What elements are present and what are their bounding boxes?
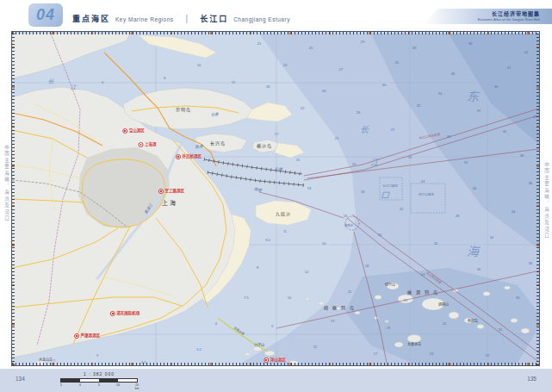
fairway-label: 长江口深水航道 — [419, 134, 441, 140]
depth-sounding: 37 — [477, 109, 481, 113]
depth-sounding: 9 — [96, 354, 98, 358]
anchorage-label: 绿华山锚地 — [419, 194, 434, 197]
map-title-cn: 长江口 — [200, 13, 228, 24]
depth-sounding: 25 — [443, 322, 446, 326]
island-label: 泗礁山 — [438, 303, 449, 307]
page-header: 04 重点海区 Key Marine Regions | 长江口 Changji… — [0, 0, 552, 31]
port-label-shanghai: 上海港 — [139, 142, 157, 147]
map-title-en: Changjiang Estuary — [233, 16, 290, 22]
islands-label-qiqu: 崎岖列岛 — [324, 306, 358, 310]
depth-sounding: 19 — [387, 327, 390, 330]
depth-sounding: 22 — [301, 107, 304, 110]
depth-sounding: 21 — [335, 137, 338, 140]
depth-sounding: 18 — [266, 85, 270, 89]
depth-sounding: 12 — [305, 271, 308, 274]
map-label-layer: 东海长江口长江上海崇明岛长兴岛横沙岛九段沙崎岖列岛嵊泗列岛绿华山泗礁山大黄龙岛枸… — [11, 31, 540, 366]
river-label: 江 — [71, 85, 77, 91]
frame-ticks-right — [536, 32, 539, 365]
port-circle-icon — [110, 311, 115, 316]
scale-block: 1 : 382 000 5051015 km — [47, 371, 151, 388]
port-circle-icon — [176, 154, 181, 159]
channel-label: 北港 — [210, 113, 219, 118]
warning-area-label: 警戒区 — [344, 225, 354, 228]
island-label: 长兴岛 — [210, 141, 226, 146]
depth-sounding: 10 — [197, 64, 201, 67]
island-label: 小洋山 — [254, 344, 264, 347]
port-label-waigaoqiao: 外高桥港区 — [176, 154, 202, 159]
shoal-label: 九段沙 — [276, 212, 291, 216]
depth-sounding: 27 — [339, 68, 343, 72]
chapter-badge: 04 — [28, 3, 63, 27]
anchorage-label: 长江口锚地 — [382, 185, 398, 189]
depth-sounding: 23 — [430, 352, 433, 356]
depth-sounding: 30 — [477, 268, 481, 271]
island-label: 绿华山 — [385, 283, 395, 287]
depth-sounding: 9 — [271, 325, 273, 328]
atlas-name-en: Economic Atlas of the Yangtze River Belt — [478, 17, 540, 22]
atlas-page: 04 重点海区 Key Marine Regions | 长江口 Changji… — [0, 0, 552, 392]
depth-sounding: 26 — [357, 111, 360, 115]
airport-label-pudong: 浦东国际机场 — [110, 311, 140, 316]
frame-ticks-bottom — [12, 363, 539, 365]
estuary-label: 长 — [360, 126, 369, 134]
scale-ratio: 1 : 382 000 — [47, 371, 151, 376]
river-label: 长 — [48, 79, 54, 85]
depth-sounding: 41 — [507, 66, 511, 70]
city-label-shanghai: 上海 — [162, 200, 177, 206]
depth-sounding: 21 — [257, 42, 261, 46]
scale-tick-label: 5 — [60, 383, 62, 387]
channel-label: 南槽 — [253, 188, 262, 193]
depth-sounding: 8 — [257, 266, 258, 270]
depth-sounding: 25 — [408, 156, 412, 159]
scale-tick-label: 15 km — [134, 383, 140, 390]
depth-sounding: 6 — [215, 322, 217, 326]
depth-sounding: 8 — [164, 77, 165, 80]
depth-sounding: 25 — [309, 47, 313, 50]
port-circle-icon — [74, 333, 79, 339]
sea-label-east: 东 — [467, 91, 479, 103]
depth-sounding: 42 — [524, 51, 528, 54]
depth-sounding: 18 — [361, 190, 364, 194]
frame-ticks-top — [12, 32, 539, 34]
island-label: 崇明岛 — [176, 108, 191, 112]
depth-sounding: 30 — [473, 187, 476, 190]
port-label-luchaogang: 芦潮港港区 — [74, 333, 100, 339]
page-number-right: 135 — [527, 376, 536, 382]
depth-sounding: 13 — [307, 187, 311, 190]
depth-sounding: 30 — [382, 84, 386, 87]
river-label-huangpu: 黄浦江 — [145, 203, 154, 215]
estuary-label: 江 — [370, 159, 379, 167]
map-canvas: 东海长江口长江上海崇明岛长兴岛横沙岛九段沙崎岖列岛嵊泗列岛绿华山泗礁山大黄龙岛枸… — [11, 31, 540, 366]
port-label-jungonglu: 军工路港区 — [158, 189, 184, 194]
depth-sounding: 29 — [361, 40, 364, 44]
depth-sounding: 15 — [348, 290, 351, 294]
depth-sounding: 36 — [529, 182, 532, 185]
port-circle-icon — [158, 189, 164, 194]
port-circle-icon — [122, 128, 127, 134]
depth-sounding: 33 — [447, 135, 450, 139]
depth-sounding: 9.5 — [265, 239, 270, 242]
map-frame: 东海长江口长江上海崇明岛长兴岛横沙岛九段沙崎岖列岛嵊泗列岛绿华山泗礁山大黄龙岛枸… — [11, 31, 540, 366]
scale-tick-label: 0 — [79, 383, 81, 387]
depth-sounding: 5.2 — [196, 348, 202, 352]
depth-sounding: 21 — [404, 299, 407, 302]
section-title-en: Key Marine Regions — [115, 16, 174, 22]
scale-tick-label: 10 — [116, 383, 120, 387]
depth-sounding: 11 — [283, 230, 287, 233]
depth-sounding: 18 — [365, 264, 369, 268]
depth-sounding: 38 — [468, 42, 472, 46]
depth-sounding: 36 — [451, 72, 455, 76]
depth-sounding: 23 — [283, 64, 287, 67]
depth-sounding: 17 — [275, 133, 278, 136]
island-label: 大金山岛 — [39, 358, 53, 362]
depth-sounding: 40 — [503, 130, 506, 134]
scale-tick-label: 5 — [98, 383, 100, 387]
scale-bar — [60, 378, 138, 383]
right-margin-caption: 中国主要海峡、海湾及河口 — [542, 162, 550, 240]
islands-label-shengsi: 嵊泗列岛 — [407, 290, 442, 295]
scale-bar-numbers: 5051015 km — [56, 383, 142, 388]
depth-sounding: 12 — [313, 345, 317, 349]
depth-sounding: 17 — [374, 352, 377, 356]
chapter-number: 04 — [36, 6, 55, 24]
depth-sounding: 24 — [421, 180, 425, 184]
